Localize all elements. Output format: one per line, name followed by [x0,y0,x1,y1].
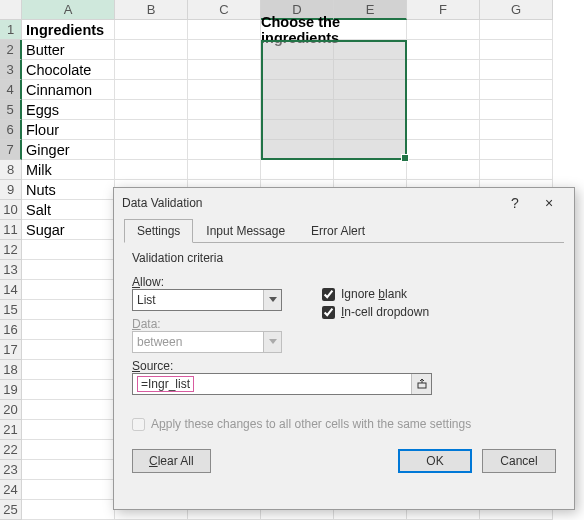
row-header-4[interactable]: 4 [0,80,22,100]
cell-F7[interactable] [407,140,480,160]
close-button[interactable]: × [532,191,566,215]
cell-F2[interactable] [407,40,480,60]
row-header-21[interactable]: 21 [0,420,22,440]
row-header-24[interactable]: 24 [0,480,22,500]
cell-F5[interactable] [407,100,480,120]
cell-D8[interactable] [261,160,334,180]
cell-B1[interactable] [115,20,188,40]
row-header-5[interactable]: 5 [0,100,22,120]
row-header-13[interactable]: 13 [0,260,22,280]
cell-D7[interactable] [261,140,334,160]
cell-G7[interactable] [480,140,553,160]
row-header-19[interactable]: 19 [0,380,22,400]
cell-A15[interactable] [22,300,115,320]
col-header-F[interactable]: F [407,0,480,20]
cell-D1-E1[interactable]: Choose the ingredients [261,20,407,40]
row-header-12[interactable]: 12 [0,240,22,260]
cell-C8[interactable] [188,160,261,180]
tab-error-alert[interactable]: Error Alert [298,219,378,243]
row-header-22[interactable]: 22 [0,440,22,460]
cell-G1[interactable] [480,20,553,40]
tab-input-message[interactable]: Input Message [193,219,298,243]
col-header-A[interactable]: A [22,0,115,20]
cell-G4[interactable] [480,80,553,100]
help-button[interactable]: ? [498,191,532,215]
cell-B7[interactable] [115,140,188,160]
cell-A10[interactable]: Salt [22,200,115,220]
source-input[interactable]: =Ingr_list [132,373,432,395]
cell-A11[interactable]: Sugar [22,220,115,240]
col-header-G[interactable]: G [480,0,553,20]
ignore-blank-checkbox[interactable]: Ignore blank [322,287,429,301]
cell-F8[interactable] [407,160,480,180]
cell-G2[interactable] [480,40,553,60]
cell-A23[interactable] [22,460,115,480]
cell-F6[interactable] [407,120,480,140]
cell-D6[interactable] [261,120,334,140]
row-header-25[interactable]: 25 [0,500,22,520]
dialog-titlebar[interactable]: Data Validation ? × [114,188,574,218]
cell-A4[interactable]: Cinnamon [22,80,115,100]
row-header-20[interactable]: 20 [0,400,22,420]
cell-A8[interactable]: Milk [22,160,115,180]
cell-A2[interactable]: Butter [22,40,115,60]
row-header-2[interactable]: 2 [0,40,22,60]
cell-C4[interactable] [188,80,261,100]
cell-A12[interactable] [22,240,115,260]
cell-B5[interactable] [115,100,188,120]
cell-B2[interactable] [115,40,188,60]
row-header-9[interactable]: 9 [0,180,22,200]
row-header-8[interactable]: 8 [0,160,22,180]
clear-all-button[interactable]: Clear All [132,449,211,473]
row-header-11[interactable]: 11 [0,220,22,240]
cell-E3[interactable] [334,60,407,80]
cell-A25[interactable] [22,500,115,520]
cell-B3[interactable] [115,60,188,80]
cell-A19[interactable] [22,380,115,400]
cell-A17[interactable] [22,340,115,360]
tab-settings[interactable]: Settings [124,219,193,243]
cell-A16[interactable] [22,320,115,340]
allow-select[interactable]: List [132,289,282,311]
cell-C3[interactable] [188,60,261,80]
row-header-10[interactable]: 10 [0,200,22,220]
cell-A13[interactable] [22,260,115,280]
cell-D5[interactable] [261,100,334,120]
cell-G5[interactable] [480,100,553,120]
cell-C5[interactable] [188,100,261,120]
row-header-7[interactable]: 7 [0,140,22,160]
cell-A5[interactable]: Eggs [22,100,115,120]
cell-C6[interactable] [188,120,261,140]
cell-C7[interactable] [188,140,261,160]
col-header-B[interactable]: B [115,0,188,20]
cell-A22[interactable] [22,440,115,460]
cell-C2[interactable] [188,40,261,60]
cell-A1[interactable]: Ingredients [22,20,115,40]
cell-A21[interactable] [22,420,115,440]
cell-E5[interactable] [334,100,407,120]
cell-D4[interactable] [261,80,334,100]
select-all-corner[interactable] [0,0,22,20]
row-header-3[interactable]: 3 [0,60,22,80]
cell-G8[interactable] [480,160,553,180]
row-header-16[interactable]: 16 [0,320,22,340]
cell-C1[interactable] [188,20,261,40]
cell-B6[interactable] [115,120,188,140]
cell-A3[interactable]: Chocolate [22,60,115,80]
cell-F3[interactable] [407,60,480,80]
cell-D3[interactable] [261,60,334,80]
cell-F4[interactable] [407,80,480,100]
cell-B4[interactable] [115,80,188,100]
row-header-18[interactable]: 18 [0,360,22,380]
cell-A14[interactable] [22,280,115,300]
cell-G3[interactable] [480,60,553,80]
cell-A7[interactable]: Ginger [22,140,115,160]
row-header-14[interactable]: 14 [0,280,22,300]
cell-A9[interactable]: Nuts [22,180,115,200]
cancel-button[interactable]: Cancel [482,449,556,473]
incell-dropdown-checkbox[interactable]: In-cell dropdown [322,305,429,319]
col-header-C[interactable]: C [188,0,261,20]
row-header-23[interactable]: 23 [0,460,22,480]
cell-A18[interactable] [22,360,115,380]
cell-E8[interactable] [334,160,407,180]
